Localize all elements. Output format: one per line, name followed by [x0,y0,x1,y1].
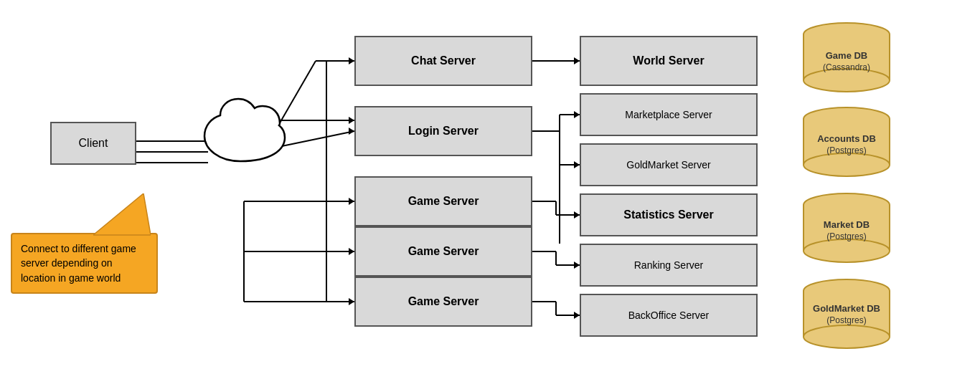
svg-text:Market DB: Market DB [824,219,870,230]
chat-server-label: Chat Server [411,54,476,67]
statistics-server-label: Statistics Server [623,208,713,221]
svg-text:(Postgres): (Postgres) [826,231,866,241]
game-server-1-label: Game Server [408,195,479,208]
svg-text:Accounts DB: Accounts DB [817,133,876,144]
svg-marker-10 [349,248,354,255]
backoffice-server-label: BackOffice Server [628,310,710,321]
svg-marker-68 [93,193,151,235]
accounts-db: Accounts DB (Postgres) [796,106,897,181]
login-server-box: Login Server [354,106,532,156]
svg-text:(Postgres): (Postgres) [826,315,866,325]
svg-text:Game DB: Game DB [826,50,868,61]
callout-box: Connect to different game server dependi… [11,233,158,294]
cloud-icon [194,93,287,172]
ranking-server-box: Ranking Server [580,244,758,287]
market-db: Market DB (Postgres) [796,192,897,267]
diagram: Client Chat Server Login Server Game Ser… [0,0,980,374]
game-server-3-label: Game Server [408,295,479,308]
svg-text:GoldMarket DB: GoldMarket DB [813,303,880,314]
game-server-1-box: Game Server [354,176,532,226]
svg-line-6 [278,131,354,147]
svg-point-51 [804,153,890,176]
goldmarket-db: GoldMarket DB (Postgres) [796,278,897,353]
statistics-server-box: Statistics Server [580,193,758,236]
marketplace-server-label: Marketplace Server [625,109,712,120]
game-server-2-label: Game Server [408,245,479,258]
svg-marker-31 [574,262,580,269]
svg-marker-15 [349,298,354,305]
svg-text:(Postgres): (Postgres) [826,145,866,155]
svg-marker-21 [574,111,580,118]
login-server-label: Login Server [408,125,479,138]
goldmarket-server-box: GoldMarket Server [580,143,758,186]
client-label: Client [79,137,108,150]
world-server-box: World Server [580,36,758,86]
svg-marker-35 [574,312,580,319]
svg-marker-27 [574,211,580,219]
svg-marker-39 [349,117,354,124]
svg-text:(Cassandra): (Cassandra) [823,62,870,72]
ranking-server-label: Ranking Server [634,259,704,271]
chat-server-box: Chat Server [354,36,532,86]
game-db: Game DB (Cassandra) [796,21,897,96]
svg-marker-13 [349,198,354,205]
goldmarket-server-label: GoldMarket Server [626,159,710,171]
svg-marker-17 [574,57,580,64]
svg-point-58 [804,239,890,262]
callout-text: Connect to different game server dependi… [21,243,136,284]
svg-marker-5 [349,57,354,64]
svg-point-65 [804,325,890,348]
svg-marker-23 [574,161,580,168]
world-server-label: World Server [633,54,704,67]
game-server-3-box: Game Server [354,277,532,327]
backoffice-server-box: BackOffice Server [580,294,758,337]
marketplace-server-box: Marketplace Server [580,93,758,136]
svg-marker-7 [349,128,354,135]
client-box: Client [50,122,136,165]
game-server-2-box: Game Server [354,226,532,277]
